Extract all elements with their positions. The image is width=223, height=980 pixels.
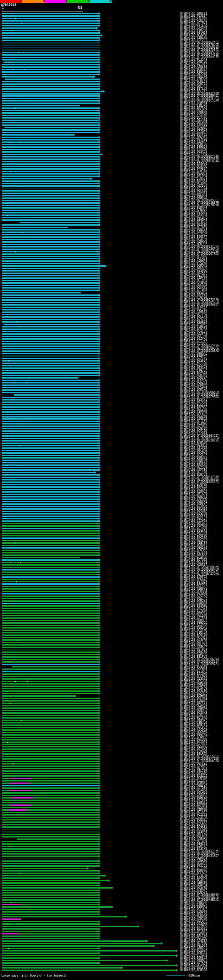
alignment-bar[interactable] [2, 921, 99, 922]
alignment-bar[interactable] [2, 600, 99, 602]
alignment-bar[interactable] [2, 486, 99, 488]
alignment-bar[interactable] [2, 887, 111, 889]
alignment-bar[interactable] [2, 263, 99, 264]
alignment-bar[interactable] [2, 392, 99, 393]
alignment-bar[interactable] [2, 256, 99, 257]
alignment-bar[interactable] [2, 533, 99, 534]
alignment-bar[interactable] [2, 737, 99, 738]
alignment-bar[interactable] [2, 465, 99, 466]
alignment-bar[interactable] [2, 695, 76, 697]
alignment-bar[interactable] [2, 863, 99, 864]
alignment-bar[interactable] [2, 620, 99, 621]
alignment-bar[interactable] [2, 93, 99, 95]
alignment-bar[interactable] [2, 873, 99, 874]
alignment-bar[interactable] [2, 129, 99, 131]
alignment-bar[interactable] [2, 336, 99, 337]
alignment-bar[interactable] [2, 195, 99, 196]
alignment-bar-segment[interactable] [9, 809, 28, 811]
alignment-bar[interactable] [2, 574, 99, 575]
alignment-bar-segment[interactable] [2, 904, 22, 905]
alignment-bar[interactable] [2, 430, 99, 432]
alignment-bar[interactable] [2, 586, 99, 587]
alignment-bar[interactable] [2, 953, 99, 954]
alignment-bar[interactable] [2, 482, 99, 483]
alignment-bar[interactable] [2, 970, 176, 971]
alignment-bar[interactable] [2, 746, 99, 748]
alignment-bar[interactable] [2, 591, 99, 592]
alignment-bar[interactable] [2, 385, 99, 386]
alignment-bar[interactable] [2, 758, 99, 760]
alignment-bar[interactable] [2, 513, 99, 514]
alignment-bar[interactable] [2, 663, 99, 665]
alignment-bar[interactable] [2, 550, 99, 551]
alignment-bar[interactable] [2, 210, 99, 211]
alignment-bar[interactable] [2, 564, 99, 566]
alignment-bar-segment[interactable] [12, 797, 34, 799]
alignment-bar[interactable] [2, 875, 104, 877]
alignment-bar[interactable] [2, 868, 87, 869]
alignment-bar[interactable] [2, 598, 99, 599]
alignment-bar[interactable] [2, 559, 99, 561]
alignment-bar[interactable] [2, 329, 99, 330]
alignment-bar[interactable] [2, 401, 99, 403]
alignment-bar[interactable] [2, 812, 99, 813]
alignment-bar[interactable] [2, 71, 99, 73]
alignment-bar[interactable] [2, 45, 99, 46]
alignment-bar[interactable] [2, 496, 99, 498]
alignment-bar[interactable] [2, 358, 99, 359]
alignment-bar[interactable] [2, 756, 99, 757]
alignment-bar[interactable] [2, 377, 79, 379]
alignment-bar[interactable] [2, 220, 99, 221]
alignment-bar[interactable] [2, 678, 99, 679]
alignment-bar[interactable] [2, 775, 99, 776]
alignment-bar[interactable] [2, 683, 99, 684]
alignment-bar[interactable] [2, 76, 93, 78]
alignment-bar[interactable] [2, 244, 99, 245]
alignment-bar[interactable] [2, 889, 99, 891]
alignment-bar[interactable] [2, 569, 99, 571]
alignment-bar[interactable] [2, 836, 99, 837]
alignment-bar[interactable] [2, 112, 99, 114]
alignment-bar[interactable] [17, 838, 99, 840]
alignment-bar[interactable] [2, 501, 99, 502]
alignment-bar[interactable] [2, 506, 99, 507]
alignment-bar[interactable] [2, 91, 103, 92]
alignment-bar[interactable] [2, 525, 99, 527]
alignment-bar[interactable] [2, 217, 99, 218]
alignment-bar[interactable] [2, 416, 99, 417]
alignment-bar[interactable] [2, 460, 99, 461]
alignment-bar[interactable] [2, 788, 99, 789]
alignment-bar[interactable] [2, 47, 99, 48]
alignment-bar[interactable] [2, 144, 99, 145]
alignment-bar[interactable] [2, 302, 99, 303]
alignment-bar[interactable] [2, 190, 99, 192]
alignment-bar[interactable] [2, 146, 99, 148]
alignment-bar[interactable] [2, 175, 99, 177]
alignment-bar[interactable] [2, 897, 99, 898]
alignment-bar[interactable] [2, 418, 99, 420]
alignment-bar[interactable] [2, 765, 99, 767]
alignment-bar[interactable] [2, 491, 99, 493]
alignment-bar[interactable] [2, 484, 99, 485]
alignment-bar[interactable] [2, 154, 101, 155]
alignment-bar[interactable] [2, 656, 99, 658]
alignment-bar[interactable] [2, 562, 99, 563]
alignment-bar[interactable] [2, 498, 99, 500]
alignment-bar[interactable] [2, 729, 99, 731]
alignment-bar[interactable] [2, 42, 99, 43]
alignment-bar[interactable] [2, 428, 99, 430]
alignment-bar[interactable] [2, 117, 99, 119]
alignment-bar[interactable] [2, 239, 99, 240]
alignment-bar[interactable] [2, 698, 99, 699]
alignment-bar[interactable] [2, 637, 99, 638]
alignment-bar[interactable] [2, 520, 99, 522]
alignment-bar[interactable] [2, 251, 99, 252]
alignment-bar[interactable] [2, 139, 99, 140]
alignment-bar[interactable] [2, 627, 99, 628]
alignment-bar[interactable] [2, 700, 99, 702]
alignment-bar-segment[interactable] [10, 805, 30, 806]
alignment-bar[interactable] [2, 518, 99, 519]
alignment-bar[interactable] [2, 299, 99, 301]
alignment-bar[interactable] [2, 693, 99, 694]
alignment-bar[interactable] [2, 425, 99, 427]
